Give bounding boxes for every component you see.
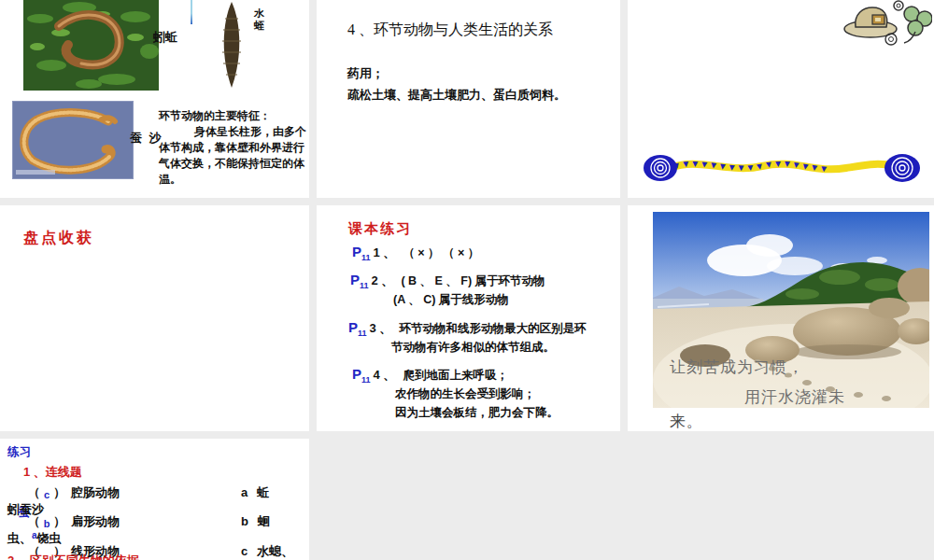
match-left-2: （b）扁形动物	[28, 513, 120, 530]
slide-sorter-page: 蚓蚯 水蛭 蚕 沙 环节动物的主要特征： 身体呈长柱形，由多个体节构成，靠体壁和…	[0, 0, 934, 560]
leech-label: 水蛭	[254, 7, 266, 32]
exercise-item-3: P113 、环节动物和线形动物最大的区别是环 节动物有许多相似的体节组成。	[348, 319, 586, 357]
motto-line-2: 用汗水浇灌未	[744, 386, 845, 408]
slide4-title: 盘点收获	[23, 229, 94, 248]
slide7-heading: 练习	[7, 444, 31, 460]
answer-letter: c	[40, 489, 53, 500]
match-left-1: （c）腔肠动物	[28, 484, 120, 501]
slide-thumbnail-6: 让刻苦成为习惯， 用汗水浇灌未 来。	[628, 205, 934, 431]
slide2-body-line2: 疏松土壤、提高土壤肥力、蛋白质饲料。	[347, 87, 566, 104]
feature-heading: 环节动物的主要特征：	[159, 108, 310, 124]
motto-line-1: 让刻苦成为习惯，	[670, 357, 804, 378]
slide-thumbnail-2: 4 、环节动物与人类生活的关系 药用； 疏松土壤、提高土壤肥力、蛋白质饲料。	[317, 0, 620, 198]
beach-photo-image	[653, 212, 929, 408]
wave-divider-decoration: ▼▼▼▼▼▼▼▼▼▼▼▼▼▼▼▼▼	[641, 149, 921, 185]
spiral-right-icon	[884, 154, 920, 182]
match-right-2: b蛔	[241, 513, 270, 530]
motto-line-3: 来。	[670, 411, 703, 432]
question2-title-clipped: 2 、区别不同生物的依据	[7, 553, 139, 560]
leech-photo-image	[216, 0, 248, 90]
spiral-left-icon	[644, 155, 677, 181]
exercise-item-4: P114 、爬到地面上来呼吸； 农作物的生长会受到影响； 因为土壤会板结，肥力会…	[352, 366, 559, 422]
slide2-title: 4 、环节动物与人类生活的关系	[347, 21, 553, 40]
slide-thumbnail-5: 课本练习 P111 、（ × ） （ × ） P112 、( B 、 E 、 F…	[317, 205, 620, 431]
slide-thumbnail-3: 你知道了吗 1 、你知道蚯蚓对人类和自然界的作用吗？ 2 、你知道为什么蚯蚓要在…	[628, 0, 934, 198]
answer-letter: b	[40, 518, 53, 529]
page-ref: P	[348, 319, 358, 335]
sandworm-photo-image	[12, 101, 134, 179]
slide-thumbnail-7: 练习 1 、连线题 （c）腔肠动物 a蚯 蚓蚕蚕沙 （b）扁形动物 b蛔 虫、a…	[0, 439, 309, 560]
svg-text:▼▼▼▼▼▼▼▼▼▼▼▼▼▼▼▼▼: ▼▼▼▼▼▼▼▼▼▼▼▼▼▼▼▼▼	[671, 159, 828, 175]
page-ref: P	[352, 366, 361, 382]
pointer-line-icon	[191, 0, 192, 24]
match-right-3: c水螅、	[241, 543, 293, 560]
exercise-item-1: P111 、（ × ） （ × ）	[352, 244, 479, 262]
page-ref: P	[350, 272, 360, 287]
page-ref: P	[352, 244, 361, 259]
slide2-body-line1: 药用；	[347, 65, 384, 82]
wave-triangles: ▼▼▼▼▼▼▼▼▼▼▼▼▼▼▼▼▼	[671, 159, 828, 175]
feature-body: 身体呈长柱形，由多个体节构成，靠体壁和外界进行气体交换，不能保持恒定的体温。	[159, 124, 310, 188]
annelid-feature-text: 环节动物的主要特征： 身体呈长柱形，由多个体节构成，靠体壁和外界进行气体交换，不…	[159, 108, 310, 188]
earthworm-photo-image	[23, 0, 159, 91]
hat-clover-clipart-icon	[835, 0, 932, 47]
earthworm-label: 蚓蚯	[153, 29, 177, 46]
matching-question-title: 1 、连线题	[23, 464, 82, 481]
exercise-item-2: P112 、( B 、 E 、 F) 属于环节动物 (A 、 C) 属于线形动物	[350, 272, 545, 309]
slide5-title: 课本练习	[348, 220, 412, 238]
slide-thumbnail-1: 蚓蚯 水蛭 蚕 沙 环节动物的主要特征： 身体呈长柱形，由多个体节构成，靠体壁和…	[0, 0, 309, 198]
match-right-1: a蚯	[241, 484, 269, 501]
slide-thumbnail-4: 盘点收获 代表动物 其他动物 主要特征 与人类关系 线形动物 环节动物	[0, 205, 309, 431]
